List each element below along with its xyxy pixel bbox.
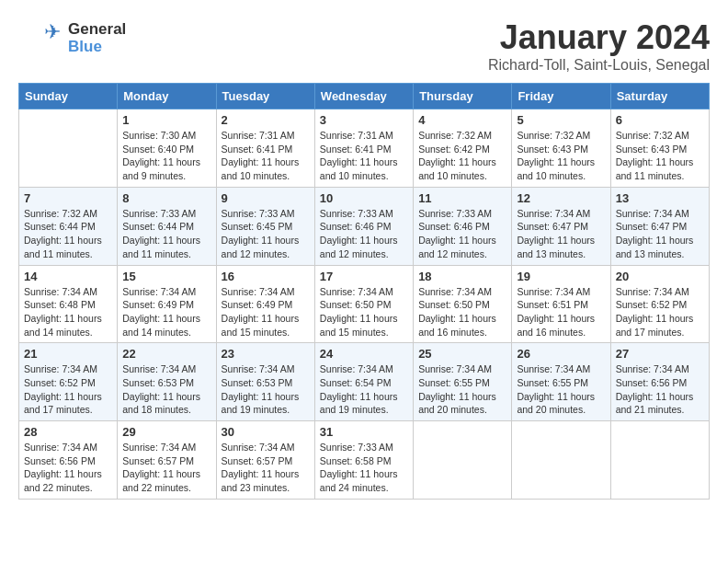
calendar-cell: 30 Sunrise: 7:34 AMSunset: 6:57 PMDaylig… — [216, 421, 314, 500]
day-number: 8 — [122, 191, 210, 205]
cell-info: Sunrise: 7:34 AMSunset: 6:53 PMDaylight:… — [122, 363, 200, 415]
logo-general: General — [68, 21, 126, 39]
calendar-cell: 1 Sunrise: 7:30 AMSunset: 6:40 PMDayligh… — [118, 109, 216, 188]
day-number: 27 — [616, 347, 704, 361]
cell-info: Sunrise: 7:34 AMSunset: 6:47 PMDaylight:… — [616, 208, 694, 259]
calendar-cell: 5 Sunrise: 7:32 AMSunset: 6:43 PMDayligh… — [512, 109, 610, 188]
day-number: 30 — [222, 425, 310, 439]
day-number: 12 — [517, 191, 605, 205]
calendar-cell: 22 Sunrise: 7:34 AMSunset: 6:53 PMDaylig… — [118, 343, 216, 421]
calendar-cell: 24 Sunrise: 7:34 AMSunset: 6:54 PMDaylig… — [314, 343, 413, 421]
calendar-cell: 23 Sunrise: 7:34 AMSunset: 6:53 PMDaylig… — [216, 343, 314, 421]
calendar-cell: 19 Sunrise: 7:34 AMSunset: 6:51 PMDaylig… — [512, 265, 610, 343]
calendar-cell: 31 Sunrise: 7:33 AMSunset: 6:58 PMDaylig… — [314, 421, 413, 500]
cell-info: Sunrise: 7:34 AMSunset: 6:57 PMDaylight:… — [122, 442, 200, 493]
calendar-cell: 2 Sunrise: 7:31 AMSunset: 6:41 PMDayligh… — [216, 109, 314, 188]
day-number: 25 — [418, 347, 506, 361]
cell-info: Sunrise: 7:34 AMSunset: 6:48 PMDaylight:… — [24, 286, 102, 338]
cell-info: Sunrise: 7:34 AMSunset: 6:52 PMDaylight:… — [24, 363, 102, 415]
page-header: ✈ General Blue January 2024 Richard-Toll… — [18, 18, 710, 74]
cell-info: Sunrise: 7:34 AMSunset: 6:49 PMDaylight:… — [222, 286, 300, 338]
cell-info: Sunrise: 7:34 AMSunset: 6:50 PMDaylight:… — [320, 286, 398, 338]
day-number: 26 — [517, 347, 605, 361]
calendar-cell: 15 Sunrise: 7:34 AMSunset: 6:49 PMDaylig… — [118, 265, 216, 343]
cell-info: Sunrise: 7:33 AMSunset: 6:45 PMDaylight:… — [222, 208, 300, 259]
cell-info: Sunrise: 7:33 AMSunset: 6:46 PMDaylight:… — [320, 208, 398, 259]
weekday-header-monday: Monday — [118, 84, 216, 109]
day-number: 19 — [517, 270, 605, 283]
day-number: 17 — [320, 270, 408, 283]
weekday-header-friday: Friday — [512, 84, 610, 109]
calendar-cell: 3 Sunrise: 7:31 AMSunset: 6:41 PMDayligh… — [314, 109, 413, 188]
calendar-cell: 18 Sunrise: 7:34 AMSunset: 6:50 PMDaylig… — [414, 265, 512, 343]
day-number: 16 — [222, 270, 310, 283]
cell-info: Sunrise: 7:34 AMSunset: 6:54 PMDaylight:… — [320, 363, 398, 415]
calendar-cell: 6 Sunrise: 7:32 AMSunset: 6:43 PMDayligh… — [610, 109, 709, 188]
svg-text:✈: ✈ — [44, 20, 61, 43]
weekday-header-sunday: Sunday — [19, 84, 118, 109]
cell-info: Sunrise: 7:34 AMSunset: 6:47 PMDaylight:… — [517, 208, 595, 259]
weekday-header-thursday: Thursday — [414, 84, 512, 109]
day-number: 6 — [616, 113, 704, 127]
cell-info: Sunrise: 7:34 AMSunset: 6:49 PMDaylight:… — [122, 286, 200, 338]
cell-info: Sunrise: 7:34 AMSunset: 6:56 PMDaylight:… — [616, 363, 694, 415]
weekday-header-tuesday: Tuesday — [216, 84, 314, 109]
weekday-header-wednesday: Wednesday — [314, 84, 413, 109]
cell-info: Sunrise: 7:33 AMSunset: 6:46 PMDaylight:… — [418, 208, 496, 259]
calendar-cell: 13 Sunrise: 7:34 AMSunset: 6:47 PMDaylig… — [610, 187, 709, 265]
weekday-header-saturday: Saturday — [610, 84, 709, 109]
calendar-cell: 27 Sunrise: 7:34 AMSunset: 6:56 PMDaylig… — [610, 343, 709, 421]
calendar-cell: 17 Sunrise: 7:34 AMSunset: 6:50 PMDaylig… — [314, 265, 413, 343]
calendar-cell: 11 Sunrise: 7:33 AMSunset: 6:46 PMDaylig… — [414, 187, 512, 265]
calendar-week-row: 28 Sunrise: 7:34 AMSunset: 6:56 PMDaylig… — [19, 421, 710, 500]
calendar-cell: 21 Sunrise: 7:34 AMSunset: 6:52 PMDaylig… — [19, 343, 118, 421]
logo-blue: Blue — [68, 39, 126, 56]
cell-info: Sunrise: 7:34 AMSunset: 6:50 PMDaylight:… — [418, 286, 496, 338]
calendar-cell — [512, 421, 610, 500]
calendar-week-row: 1 Sunrise: 7:30 AMSunset: 6:40 PMDayligh… — [19, 109, 710, 188]
calendar-cell: 14 Sunrise: 7:34 AMSunset: 6:48 PMDaylig… — [19, 265, 118, 343]
day-number: 24 — [320, 347, 408, 361]
cell-info: Sunrise: 7:32 AMSunset: 6:42 PMDaylight:… — [418, 130, 496, 181]
cell-info: Sunrise: 7:34 AMSunset: 6:55 PMDaylight:… — [418, 363, 496, 415]
day-number: 23 — [222, 347, 310, 361]
calendar-cell: 7 Sunrise: 7:32 AMSunset: 6:44 PMDayligh… — [19, 187, 118, 265]
day-number: 5 — [517, 113, 605, 127]
cell-info: Sunrise: 7:34 AMSunset: 6:55 PMDaylight:… — [517, 363, 595, 415]
calendar-table: SundayMondayTuesdayWednesdayThursdayFrid… — [18, 83, 710, 500]
day-number: 4 — [418, 113, 506, 127]
day-number: 9 — [222, 191, 310, 205]
day-number: 18 — [418, 270, 506, 283]
day-number: 3 — [320, 113, 408, 127]
day-number: 29 — [122, 425, 210, 439]
day-number: 20 — [616, 270, 704, 283]
day-number: 14 — [24, 270, 112, 283]
calendar-cell: 28 Sunrise: 7:34 AMSunset: 6:56 PMDaylig… — [19, 421, 118, 500]
calendar-title: January 2024 — [488, 18, 710, 57]
logo-icon: ✈ — [18, 18, 64, 59]
calendar-cell: 4 Sunrise: 7:32 AMSunset: 6:42 PMDayligh… — [414, 109, 512, 188]
calendar-cell — [414, 421, 512, 500]
day-number: 21 — [24, 347, 112, 361]
cell-info: Sunrise: 7:34 AMSunset: 6:57 PMDaylight:… — [222, 442, 300, 493]
calendar-cell: 9 Sunrise: 7:33 AMSunset: 6:45 PMDayligh… — [216, 187, 314, 265]
cell-info: Sunrise: 7:33 AMSunset: 6:58 PMDaylight:… — [320, 442, 398, 493]
day-number: 22 — [122, 347, 210, 361]
cell-info: Sunrise: 7:32 AMSunset: 6:44 PMDaylight:… — [24, 208, 102, 259]
day-number: 10 — [320, 191, 408, 205]
cell-info: Sunrise: 7:30 AMSunset: 6:40 PMDaylight:… — [122, 130, 200, 181]
day-number: 31 — [320, 425, 408, 439]
day-number: 28 — [24, 425, 112, 439]
day-number: 2 — [222, 113, 310, 127]
cell-info: Sunrise: 7:32 AMSunset: 6:43 PMDaylight:… — [517, 130, 595, 181]
cell-info: Sunrise: 7:34 AMSunset: 6:53 PMDaylight:… — [222, 363, 300, 415]
calendar-cell: 8 Sunrise: 7:33 AMSunset: 6:44 PMDayligh… — [118, 187, 216, 265]
day-number: 15 — [122, 270, 210, 283]
cell-info: Sunrise: 7:34 AMSunset: 6:52 PMDaylight:… — [616, 286, 694, 338]
cell-info: Sunrise: 7:31 AMSunset: 6:41 PMDaylight:… — [222, 130, 300, 181]
calendar-cell: 10 Sunrise: 7:33 AMSunset: 6:46 PMDaylig… — [314, 187, 413, 265]
day-number: 11 — [418, 191, 506, 205]
calendar-subtitle: Richard-Toll, Saint-Louis, Senegal — [488, 57, 710, 74]
calendar-cell: 25 Sunrise: 7:34 AMSunset: 6:55 PMDaylig… — [414, 343, 512, 421]
title-block: January 2024 Richard-Toll, Saint-Louis, … — [488, 18, 710, 74]
